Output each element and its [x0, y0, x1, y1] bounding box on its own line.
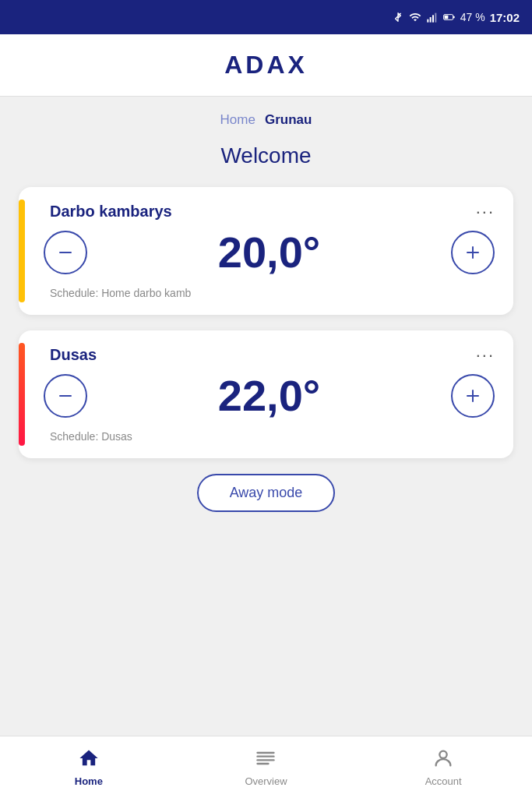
increase-temp-darbo[interactable] — [451, 231, 495, 274]
app-logo: ADAX — [224, 51, 308, 79]
svg-rect-1 — [429, 17, 431, 23]
svg-rect-3 — [435, 13, 436, 23]
device-menu-darbo[interactable]: ··· — [476, 203, 495, 221]
minus-icon-dusas — [56, 387, 75, 405]
status-bar: 47 % 17:02 — [0, 0, 532, 34]
minus-icon-darbo — [56, 243, 75, 262]
bottom-nav: Home Overview Account — [0, 736, 532, 798]
device-controls-dusas: 22,0° — [37, 370, 495, 421]
battery-icon — [443, 11, 456, 23]
battery-percentage: 47 % — [460, 11, 485, 23]
wifi-icon — [409, 11, 421, 23]
signal-icon — [426, 11, 439, 23]
away-mode-container: Away mode — [19, 474, 513, 512]
temperature-darbo: 20,0° — [218, 227, 320, 277]
device-header-dusas: Dusas ··· — [37, 346, 495, 364]
overview-svg — [255, 747, 277, 769]
breadcrumb-home[interactable]: Home — [220, 112, 255, 128]
svg-rect-6 — [444, 16, 448, 19]
temperature-dusas: 22,0° — [218, 370, 320, 421]
nav-item-account[interactable]: Account — [412, 747, 474, 787]
overview-icon — [255, 747, 277, 772]
svg-point-17 — [439, 751, 446, 758]
device-card-darbo: Darbo kambarys ··· 20,0° Schedule: Home … — [19, 187, 513, 315]
plus-icon-dusas — [463, 387, 482, 405]
card-indicator-dusas — [19, 343, 25, 446]
account-icon — [432, 747, 454, 772]
increase-temp-dusas[interactable] — [451, 374, 495, 418]
breadcrumb-grunau[interactable]: Grunau — [265, 112, 312, 128]
card-indicator-darbo — [19, 200, 25, 302]
schedule-darbo: Schedule: Home darbo kamb — [37, 287, 495, 299]
away-mode-button[interactable]: Away mode — [197, 474, 336, 512]
decrease-temp-dusas[interactable] — [44, 374, 87, 418]
nav-label-overview: Overview — [245, 775, 287, 787]
decrease-temp-darbo[interactable] — [44, 231, 87, 274]
device-controls-darbo: 20,0° — [37, 227, 495, 277]
device-name-darbo: Darbo kambarys — [50, 203, 172, 221]
schedule-dusas: Schedule: Dusas — [37, 430, 495, 443]
plus-icon-darbo — [463, 243, 482, 262]
device-card-dusas: Dusas ··· 22,0° Schedule: Dusas — [19, 330, 513, 458]
nav-label-home: Home — [75, 775, 103, 787]
time-display: 17:02 — [490, 11, 520, 24]
home-icon — [78, 747, 100, 772]
app-header: ADAX — [0, 34, 532, 97]
device-header-darbo: Darbo kambarys ··· — [37, 203, 495, 221]
status-icons: 47 % 17:02 — [392, 11, 520, 24]
nav-item-overview[interactable]: Overview — [234, 747, 297, 787]
svg-rect-5 — [453, 16, 454, 19]
home-svg — [78, 747, 100, 769]
device-menu-dusas[interactable]: ··· — [476, 347, 495, 364]
breadcrumb: Home Grunau — [19, 112, 513, 128]
nav-item-home[interactable]: Home — [58, 747, 120, 787]
welcome-title: Welcome — [19, 143, 513, 168]
device-name-dusas: Dusas — [50, 346, 97, 364]
svg-rect-2 — [432, 15, 434, 22]
bluetooth-icon — [392, 11, 404, 23]
svg-rect-0 — [427, 19, 428, 23]
main-content: Home Grunau Welcome Darbo kambarys ··· 2… — [0, 97, 532, 736]
nav-label-account: Account — [425, 775, 462, 787]
account-svg — [432, 747, 454, 769]
